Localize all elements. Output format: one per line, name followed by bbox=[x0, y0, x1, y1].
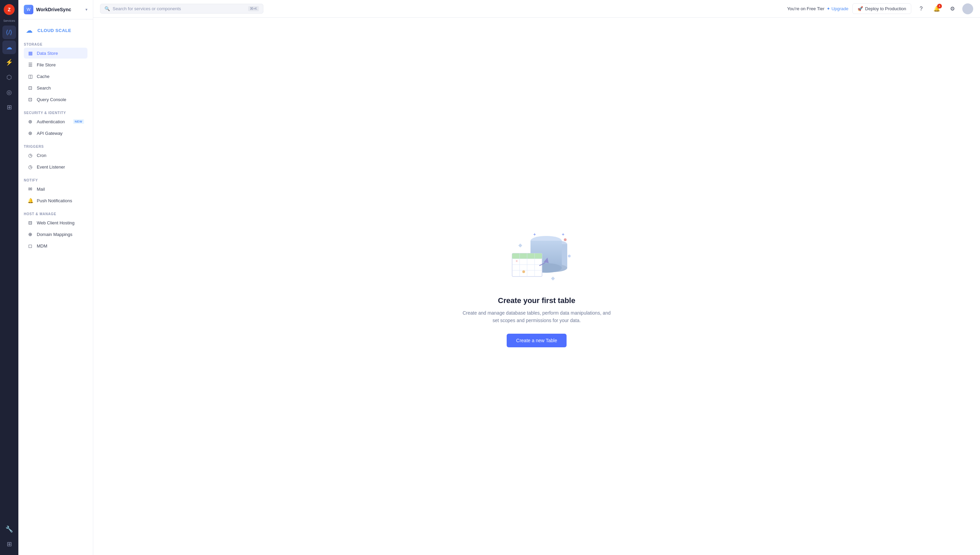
sidebar-item-api-gateway[interactable]: ⊛ API Gateway bbox=[24, 128, 88, 139]
empty-state-title: Create your first table bbox=[498, 296, 575, 305]
security-icon[interactable]: ◎ bbox=[2, 85, 16, 99]
user-avatar[interactable] bbox=[962, 3, 973, 14]
triggers-section-label: TRIGGERS bbox=[24, 145, 88, 148]
mdm-icon: ◻ bbox=[27, 243, 34, 249]
gear-icon: ⚙ bbox=[950, 5, 955, 12]
team-icon[interactable]: ⊞ bbox=[2, 101, 16, 114]
cache-label: Cache bbox=[37, 74, 84, 79]
push-notifications-icon: 🔔 bbox=[27, 198, 34, 203]
query-console-label: Query Console bbox=[37, 97, 84, 102]
deco-plus-1: + bbox=[533, 231, 536, 237]
topbar: 🔍 Search for services or components ⌘•K … bbox=[93, 0, 980, 18]
sidebar-item-mdm[interactable]: ◻ MDM bbox=[24, 241, 88, 251]
icon-rail: Z Services ⟨/⟩ ☁ ⚡ ⬡ ◎ ⊞ 🔧 ⊞ bbox=[0, 0, 18, 555]
search-placeholder: Search for services or components bbox=[113, 6, 181, 11]
file-store-label: File Store bbox=[37, 62, 84, 67]
new-badge: NEW bbox=[73, 119, 85, 124]
api-gateway-icon: ⊛ bbox=[27, 130, 34, 136]
network-icon[interactable]: ⬡ bbox=[2, 71, 16, 84]
tier-text: You're on Free Tier bbox=[787, 6, 825, 11]
cron-label: Cron bbox=[37, 153, 84, 158]
search-shortcut: ⌘•K bbox=[248, 6, 259, 11]
rocket-icon: 🚀 bbox=[857, 6, 863, 11]
app-logo[interactable]: Z bbox=[4, 4, 14, 15]
security-section: SECURITY & IDENTITY ⊛ Authentication NEW… bbox=[18, 107, 93, 141]
domain-mappings-label: Domain Mappings bbox=[37, 232, 84, 237]
app-name: WorkDriveSync bbox=[36, 7, 83, 12]
sidebar-item-mail[interactable]: ✉ Mail bbox=[24, 183, 88, 194]
data-store-label: Data Store bbox=[37, 51, 84, 56]
deco-circle-3 bbox=[568, 255, 571, 257]
tier-info: You're on Free Tier ✦ Upgrade bbox=[787, 6, 848, 11]
deploy-button[interactable]: 🚀 Deploy to Production bbox=[852, 3, 911, 14]
sidebar: W WorkDriveSync ▾ ☁ CLOUD SCALE STORAGE … bbox=[18, 0, 93, 555]
storage-section: STORAGE ▦ Data Store ☰ File Store ◫ Cach… bbox=[18, 38, 93, 107]
sidebar-item-data-store[interactable]: ▦ Data Store bbox=[24, 48, 88, 59]
analytics-icon[interactable]: ⚡ bbox=[2, 56, 16, 69]
notification-badge: 1 bbox=[937, 4, 942, 8]
help-icon: ? bbox=[920, 6, 923, 12]
push-notifications-label: Push Notifications bbox=[37, 198, 84, 203]
app-logo-small: W bbox=[24, 5, 34, 14]
web-client-hosting-icon: ⊟ bbox=[27, 220, 34, 225]
deco-plus-2: + bbox=[562, 231, 564, 237]
triggers-section: TRIGGERS ◷ Cron ◷ Event Listener bbox=[18, 141, 93, 174]
mail-icon: ✉ bbox=[27, 186, 34, 192]
app-switcher[interactable]: W WorkDriveSync ▾ bbox=[18, 0, 93, 19]
sidebar-item-search[interactable]: ⊡ Search bbox=[24, 82, 88, 93]
cache-icon: ◫ bbox=[27, 74, 34, 79]
code-icon[interactable]: ⟨/⟩ bbox=[2, 26, 16, 39]
sidebar-item-push-notifications[interactable]: 🔔 Push Notifications bbox=[24, 195, 88, 206]
data-store-icon: ▦ bbox=[27, 50, 34, 56]
main-wrapper: 🔍 Search for services or components ⌘•K … bbox=[93, 0, 980, 555]
sidebar-item-file-store[interactable]: ☰ File Store bbox=[24, 59, 88, 70]
deco-circle-1 bbox=[564, 238, 567, 241]
empty-state-description: Create and manage database tables, perfo… bbox=[462, 309, 611, 324]
notifications-button[interactable]: 🔔 1 bbox=[931, 3, 943, 14]
authentication-label: Authentication bbox=[37, 119, 70, 124]
cloud-scale-header: ☁ CLOUD SCALE bbox=[18, 19, 93, 38]
help-button[interactable]: ? bbox=[915, 3, 927, 14]
create-table-button[interactable]: Create a new Table bbox=[507, 334, 567, 347]
sidebar-item-query-console[interactable]: ⊡ Query Console bbox=[24, 94, 88, 105]
empty-state: + + × bbox=[455, 212, 618, 361]
sidebar-item-domain-mappings[interactable]: ⊕ Domain Mappings bbox=[24, 229, 88, 240]
search-label: Search bbox=[37, 85, 84, 91]
illustration: + + × bbox=[503, 225, 571, 287]
authentication-icon: ⊛ bbox=[27, 119, 34, 124]
event-listener-label: Event Listener bbox=[37, 164, 84, 170]
web-client-hosting-label: Web Client Hosting bbox=[37, 220, 84, 225]
sidebar-item-web-client-hosting[interactable]: ⊟ Web Client Hosting bbox=[24, 217, 88, 228]
main-content: + + × bbox=[93, 18, 980, 555]
cloud-scale-label: CLOUD SCALE bbox=[37, 28, 71, 33]
deco-circle-2 bbox=[522, 270, 525, 273]
settings-button[interactable]: ⚙ bbox=[946, 3, 958, 14]
cloud-rail-icon[interactable]: ☁ bbox=[2, 40, 16, 54]
sidebar-item-cron[interactable]: ◷ Cron bbox=[24, 150, 88, 161]
grid-icon[interactable]: ⊞ bbox=[2, 537, 16, 551]
db-illustration bbox=[503, 225, 571, 283]
event-listener-icon: ◷ bbox=[27, 164, 34, 170]
notify-section: NOTIFY ✉ Mail 🔔 Push Notifications bbox=[18, 174, 93, 208]
domain-mappings-icon: ⊕ bbox=[27, 231, 34, 237]
storage-section-label: STORAGE bbox=[24, 43, 88, 46]
cloud-scale-icon: ☁ bbox=[24, 25, 35, 36]
file-store-icon: ☰ bbox=[27, 62, 34, 67]
api-gateway-label: API Gateway bbox=[37, 131, 84, 136]
cron-icon: ◷ bbox=[27, 152, 34, 158]
upgrade-button[interactable]: ✦ Upgrade bbox=[827, 6, 848, 11]
security-section-label: SECURITY & IDENTITY bbox=[24, 111, 88, 115]
notify-section-label: NOTIFY bbox=[24, 178, 88, 182]
services-label: Services bbox=[3, 19, 15, 23]
search-bar[interactable]: 🔍 Search for services or components ⌘•K bbox=[100, 4, 263, 14]
sidebar-item-cache[interactable]: ◫ Cache bbox=[24, 71, 88, 82]
sidebar-item-authentication[interactable]: ⊛ Authentication NEW bbox=[24, 116, 88, 127]
host-manage-section: HOST & MANAGE ⊟ Web Client Hosting ⊕ Dom… bbox=[18, 208, 93, 253]
mdm-label: MDM bbox=[37, 244, 84, 249]
deploy-label: Deploy to Production bbox=[865, 6, 906, 11]
deco-x-1: × bbox=[516, 259, 518, 263]
search-icon: ⊡ bbox=[27, 85, 34, 91]
wrench-icon[interactable]: 🔧 bbox=[2, 522, 16, 536]
chevron-down-icon: ▾ bbox=[85, 7, 88, 12]
sidebar-item-event-listener[interactable]: ◷ Event Listener bbox=[24, 161, 88, 172]
